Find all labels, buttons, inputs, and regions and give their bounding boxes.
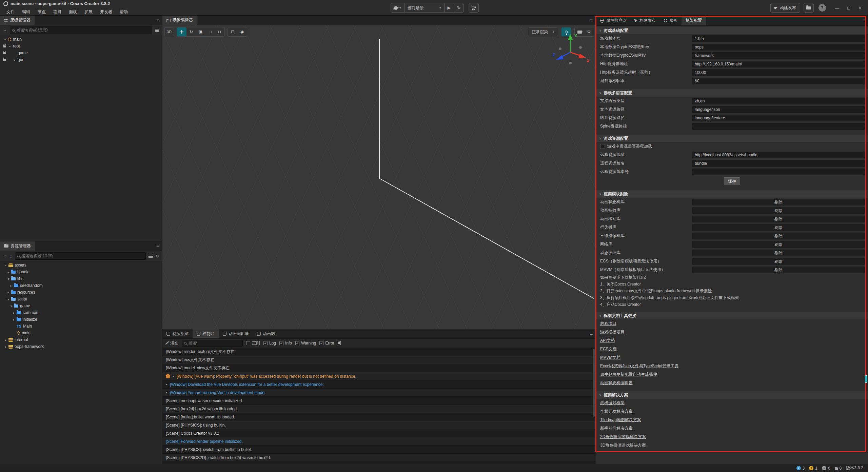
save-button[interactable]: 保存	[724, 177, 740, 185]
rotate-tool-button[interactable]: ↻	[186, 27, 196, 36]
menu-item-5[interactable]: 扩展	[81, 8, 96, 16]
console-row[interactable]: [Scene] [PHYSICS2D]: switch from box2d-w…	[162, 454, 595, 462]
field-input[interactable]: zh,en	[692, 98, 865, 104]
remove-module-button[interactable]: 剔除	[692, 216, 865, 222]
hierarchy-node[interactable]: ▾main	[0, 36, 162, 43]
console-menu-icon[interactable]: ≡	[590, 331, 593, 336]
preview-qr-button[interactable]	[469, 3, 479, 13]
preview-platform-select[interactable]: ▾	[391, 3, 405, 12]
doc-link[interactable]: Excel格式转Json文件与TypeScript代码工具	[600, 363, 678, 369]
doc-link[interactable]: 原生包热更新配置自动生成插件	[600, 372, 657, 377]
tab-console-0[interactable]: 资源预览	[162, 329, 193, 338]
tab-inspector-1[interactable]: 构建发布	[631, 16, 660, 25]
filter-icon[interactable]	[149, 255, 153, 258]
menu-item-0[interactable]: 文件	[3, 8, 18, 16]
field-input[interactable]: http://192.168.0.150/main/	[692, 61, 865, 67]
field-input[interactable]	[692, 123, 865, 130]
hierarchy-menu-icon[interactable]: ≡	[156, 17, 159, 23]
field-input[interactable]: language/json	[692, 106, 865, 113]
maximize-button[interactable]: □	[843, 3, 854, 13]
scene-menu-icon[interactable]: ≡	[590, 17, 593, 23]
console-row[interactable]: [Scene] [PHYSICS]: switch from builtin t…	[162, 446, 595, 454]
chevron-right-icon[interactable]: ▸	[6, 270, 11, 274]
assets-node[interactable]: TSMain	[0, 323, 162, 330]
scene-settings-button[interactable]: ⚙	[584, 27, 594, 36]
field-input[interactable]: http://localhost:8083/assets/bundle	[692, 152, 865, 158]
expand-chevron-icon[interactable]: ▸	[173, 374, 174, 378]
inspector-menu-icon[interactable]: ≡	[863, 17, 865, 23]
filter-log-checkbox[interactable]: ✓Log	[263, 341, 276, 346]
hierarchy-node[interactable]: ▾root	[0, 43, 162, 50]
filter-icon[interactable]	[155, 29, 159, 32]
menu-item-6[interactable]: 开发者	[97, 8, 115, 16]
remove-module-button[interactable]: 剔除	[692, 207, 865, 214]
section-header[interactable]: ∨框架解决方案	[596, 391, 868, 399]
hierarchy-search-input[interactable]	[16, 28, 150, 33]
section-header[interactable]: ∨框架模块剔除	[596, 190, 868, 198]
section-header[interactable]: ∨游戏多语言配置	[596, 89, 868, 97]
inspector-scrollbar-thumb[interactable]	[865, 375, 867, 383]
hierarchy-node[interactable]: game	[0, 50, 162, 56]
field-input[interactable]: oops	[692, 44, 865, 51]
coord-button[interactable]: ◉	[237, 27, 247, 36]
tab-assets[interactable]: 资源管理器	[0, 241, 35, 251]
doc-link[interactable]: MVVM文档	[600, 355, 620, 360]
error-count[interactable]: × 0	[822, 466, 830, 471]
remove-module-button[interactable]: 剔除	[692, 199, 865, 205]
notification-count[interactable]: 0	[835, 466, 842, 471]
doc-link[interactable]: 2D角色扮演游戏解决方案	[600, 434, 646, 440]
console-row[interactable]: [Window] ecs文件夹不存在	[162, 356, 595, 364]
render-mode-select[interactable]: 正常渲染 ▾	[528, 27, 558, 36]
tab-inspector-0[interactable]: 属性检查器	[596, 16, 631, 25]
field-input[interactable]: 60	[692, 78, 865, 84]
sort-icon[interactable]: ↕	[10, 254, 12, 259]
menu-item-3[interactable]: 项目	[50, 8, 64, 16]
doc-link[interactable]: 新手引导解决方案	[600, 426, 633, 431]
build-publish-button[interactable]: 构建发布	[770, 3, 800, 13]
console-row[interactable]: [Scene] meshopt wasm decoder initialized	[162, 397, 595, 405]
chevron-right-icon[interactable]: ▸	[12, 318, 16, 321]
warning-count[interactable]: ! 1	[809, 466, 817, 471]
remove-module-button[interactable]: 剔除	[692, 241, 865, 248]
assets-node[interactable]: ▾libs	[0, 275, 162, 282]
doc-link[interactable]: 战棋游戏框架	[600, 400, 625, 406]
assets-search[interactable]	[15, 252, 146, 260]
console-row[interactable]: [Scene] Cocos Creator v3.8.2	[162, 429, 595, 437]
assets-menu-icon[interactable]: ≡	[156, 243, 159, 249]
console-row[interactable]: !▸[Window] [Vue warn]: Property "onInput…	[162, 372, 595, 380]
field-input[interactable]: language/texture	[692, 115, 865, 121]
refresh-icon[interactable]: ↻	[155, 254, 159, 259]
move-tool-button[interactable]	[177, 27, 186, 36]
assets-node[interactable]: ▸common	[0, 309, 162, 316]
field-input[interactable]: framework	[692, 52, 865, 59]
play-button[interactable]: ▶	[445, 3, 454, 12]
remove-module-button[interactable]: 剔除	[692, 250, 865, 256]
remove-module-button[interactable]: 剔除	[692, 267, 865, 273]
console-row[interactable]: [Window] render_texture文件夹不存在	[162, 348, 595, 356]
doc-link[interactable]: Tiledmap地图解决方案	[600, 417, 641, 423]
pivot-button[interactable]: ⊡	[228, 27, 237, 36]
chevron-right-icon[interactable]: ▸	[6, 291, 11, 294]
filter-warning-checkbox[interactable]: ✓Warning	[295, 341, 316, 346]
remove-module-button[interactable]: 剔除	[692, 258, 865, 265]
chevron-down-icon[interactable]: ▾	[6, 277, 11, 281]
chevron-down-icon[interactable]: ▾	[9, 304, 14, 308]
assets-node[interactable]: main	[0, 330, 162, 336]
assets-node[interactable]: ▸resources	[0, 289, 162, 296]
info-count[interactable]: i 3	[796, 466, 805, 471]
log-file-icon[interactable]	[338, 341, 341, 345]
doc-link[interactable]: 全栈开发解决方案	[600, 409, 633, 414]
create-asset-button[interactable]: ＋	[3, 253, 7, 259]
assets-node[interactable]: ▾script	[0, 296, 162, 302]
close-button[interactable]: ×	[854, 3, 866, 13]
field-input[interactable]	[692, 169, 865, 175]
chevron-right-icon[interactable]: ▸	[9, 284, 14, 288]
menu-item-7[interactable]: 帮助	[117, 8, 131, 16]
filter-info-checkbox[interactable]: ✓Info	[279, 341, 292, 346]
field-input[interactable]: bundle	[692, 160, 865, 167]
doc-link[interactable]: API文档	[600, 338, 615, 343]
section-header[interactable]: ∨框架文档工具链接	[596, 312, 868, 319]
remove-module-button[interactable]: 剔除	[692, 233, 865, 239]
chevron-down-icon[interactable]: ▾	[6, 297, 11, 301]
assets-node[interactable]: ▸oops-framework	[0, 343, 162, 350]
